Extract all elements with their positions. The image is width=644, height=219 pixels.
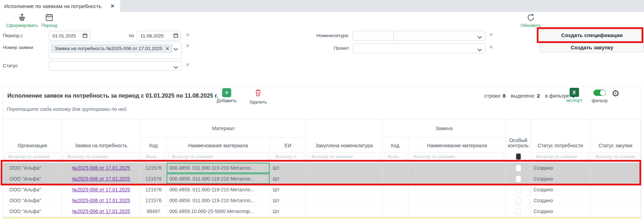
column-filter-material-name[interactable] — [168, 152, 268, 161]
add-row-button[interactable]: + Добавить — [212, 88, 241, 103]
column-filter-purchased[interactable] — [308, 152, 380, 161]
column-header-organization[interactable]: Организация — [3, 137, 62, 151]
request-link[interactable]: №2025-006 от 17.01.2025 — [72, 209, 130, 214]
cell-purchase-status[interactable] — [590, 163, 641, 174]
cell-unit[interactable]: Шт — [270, 163, 306, 174]
cell-material[interactable]: 000.4859. 011.000-119-210 Металло... — [167, 163, 270, 174]
request-link[interactable]: №2025-006 от 17.01.2025 — [72, 187, 130, 192]
cell-request[interactable]: №2025-006 от 17.01.2025 — [62, 184, 141, 195]
cell-unit[interactable]: Шт — [270, 184, 306, 195]
cell-need-status[interactable]: Создано — [531, 206, 590, 217]
special-control-filter-icon[interactable] — [516, 154, 521, 160]
column-header-purchased-nomenclature[interactable]: Закуплена номенклатура — [306, 137, 382, 151]
cell-material-code[interactable]: 121576 — [141, 195, 167, 206]
chevron-down-icon[interactable] — [174, 65, 178, 70]
cell-purchase-status[interactable] — [590, 184, 641, 195]
group-header-material[interactable]: Материал — [141, 119, 306, 137]
column-filter-organization[interactable] — [5, 152, 60, 161]
request-link[interactable]: №2025-006 от 17.01.2025 — [72, 176, 130, 182]
cell-replacement-code[interactable] — [382, 174, 408, 184]
project-clear-icon[interactable]: ✕ — [489, 44, 493, 50]
period-button[interactable]: Период — [34, 13, 65, 28]
cell-purchase-status[interactable] — [590, 174, 641, 184]
column-header-replacement-name[interactable]: Наименование материала — [408, 137, 506, 151]
cell-replacement-material[interactable] — [408, 174, 506, 184]
column-filter-replacement-code[interactable] — [384, 152, 406, 161]
column-header-purchase-status[interactable]: Статус закупки — [590, 137, 641, 151]
special-control-checkbox[interactable] — [516, 186, 521, 193]
cell-request[interactable]: №2025-006 от 17.01.2025 — [62, 174, 141, 184]
cell-need-status[interactable]: Создано — [531, 184, 590, 195]
cell-replacement-code[interactable] — [382, 195, 408, 206]
period-clear-icon[interactable]: ✕ — [185, 32, 190, 38]
cell-organization[interactable]: ООО "Альфа" — [3, 184, 62, 195]
nomenclature-select[interactable] — [353, 31, 485, 41]
period-from-input[interactable] — [49, 31, 90, 41]
cell-unit[interactable]: Шт — [270, 174, 306, 184]
request-clear-icon[interactable]: ✕ — [185, 43, 190, 49]
period-to-input[interactable] — [137, 31, 181, 41]
cell-special-control[interactable] — [506, 174, 531, 184]
cell-material[interactable]: 000.4859. 011.000-119-210 Металло... — [167, 184, 270, 195]
column-filter-unit[interactable] — [272, 152, 304, 161]
chevron-down-icon[interactable] — [477, 35, 482, 40]
create-purchase-button[interactable]: Создать закупку — [540, 42, 644, 52]
cell-special-control[interactable] — [506, 195, 531, 206]
cell-material-code[interactable]: 88497 — [141, 206, 167, 217]
cell-purchase-status[interactable] — [590, 195, 641, 206]
cell-purchased[interactable] — [306, 174, 382, 184]
cell-need-status[interactable]: Создано — [531, 195, 590, 206]
chevron-down-icon[interactable] — [477, 47, 482, 52]
nomenclature-clear-icon[interactable]: ✕ — [489, 31, 493, 38]
cell-purchased[interactable] — [306, 184, 382, 195]
refresh-button[interactable]: Обновить — [516, 13, 546, 28]
filter-toggle[interactable]: фильтр — [589, 90, 610, 103]
cell-material-code[interactable]: 121576 — [141, 174, 167, 184]
status-select[interactable] — [49, 61, 182, 71]
cell-organization[interactable]: ООО "Альфа" — [3, 206, 62, 217]
column-header-unit[interactable]: ЕИ — [270, 137, 306, 151]
cell-special-control[interactable] — [506, 184, 531, 195]
cell-purchased[interactable] — [306, 163, 382, 174]
cell-replacement-code[interactable] — [382, 206, 408, 217]
cell-replacement-material[interactable] — [408, 195, 506, 206]
toggle-on-icon[interactable] — [593, 90, 606, 96]
cell-material[interactable]: 000.4859. 011.000-119-210 Металло... — [167, 174, 270, 184]
column-header-special-control[interactable]: Особый контроль — [506, 137, 531, 151]
column-header-material-name[interactable]: Наименование материала — [167, 137, 270, 151]
request-number-multiselect[interactable]: Заявка на потребность №2025-006 от 17.01… — [49, 42, 182, 59]
cell-purchase-status[interactable] — [590, 206, 641, 217]
special-control-checkbox[interactable] — [516, 197, 521, 204]
cell-material[interactable]: 000.4859. 011.000-119-210 Металло... — [167, 195, 270, 206]
cell-organization[interactable]: ООО "Альфа" — [3, 174, 62, 184]
cell-special-control[interactable] — [506, 163, 531, 174]
column-filter-request[interactable] — [64, 152, 139, 161]
column-filter-material-code[interactable] — [142, 152, 164, 161]
tab-active[interactable]: Исполнение по заявкам на потребность ✕ — [0, 0, 120, 12]
cell-unit[interactable]: Шт — [270, 195, 306, 206]
cell-replacement-material[interactable] — [408, 206, 506, 217]
project-select[interactable] — [353, 43, 485, 53]
cell-unit[interactable]: Шт — [270, 206, 306, 217]
cell-special-control[interactable] — [506, 206, 531, 217]
cell-replacement-material[interactable] — [408, 184, 506, 195]
request-link[interactable]: №2025-006 от 17.01.2025 — [72, 198, 130, 203]
special-control-checkbox[interactable] — [516, 176, 521, 182]
create-specifications-button[interactable]: Создать спецификации — [540, 30, 644, 41]
cell-replacement-code[interactable] — [382, 163, 408, 174]
column-filter-need-status[interactable] — [533, 152, 588, 161]
cell-material-code[interactable]: 121576 — [141, 163, 167, 174]
column-header-request[interactable]: Заявка на потребность — [62, 137, 141, 151]
cell-need-status[interactable]: Создано — [531, 174, 590, 184]
cell-replacement-material[interactable] — [408, 163, 506, 174]
column-header-replacement-code[interactable]: Код — [382, 137, 408, 151]
column-header-material-code[interactable]: Код — [141, 137, 167, 151]
request-link[interactable]: №2025-006 от 17.01.2025 — [72, 165, 130, 171]
gear-icon[interactable]: ⚙ — [612, 89, 620, 98]
cell-need-status[interactable]: Создано — [531, 163, 590, 174]
column-filter-purchase-status[interactable] — [592, 152, 639, 161]
tab-close-icon[interactable]: ✕ — [110, 3, 115, 9]
cell-material-code[interactable]: 121576 — [141, 184, 167, 195]
cell-material[interactable]: 000.4859.10.000-25-5000 Металлор... — [167, 206, 270, 217]
cell-request[interactable]: №2025-006 от 17.01.2025 — [62, 206, 141, 217]
